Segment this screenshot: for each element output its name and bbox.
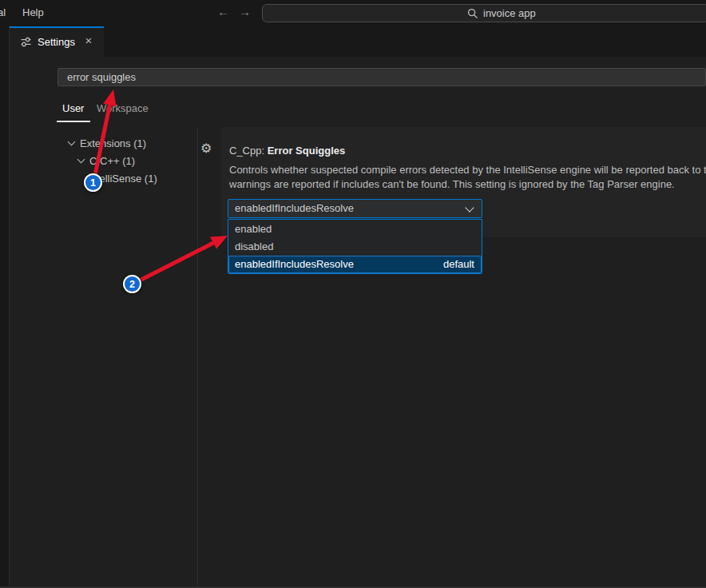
- vscode-window: al Help ← → invoice app Settings: [0, 0, 706, 588]
- arrow-2-head: [210, 236, 228, 249]
- option-enabledifincludesresolve[interactable]: enabledIfIncludesResolve default: [228, 256, 482, 273]
- arrow-2-line: [141, 243, 214, 280]
- option-label: disabled: [235, 240, 273, 252]
- chevron-down-icon[interactable]: [68, 138, 76, 146]
- toc-item-c-cpp[interactable]: C/C++ (1): [89, 155, 135, 167]
- command-center-query: invoice app: [483, 7, 536, 19]
- search-icon: [467, 8, 478, 19]
- select-value: enabledIfIncludesResolve: [235, 202, 354, 214]
- toc-settings-divider[interactable]: [197, 127, 198, 588]
- scope-tab-workspace[interactable]: Workspace: [97, 102, 149, 114]
- editor-left-gutter: [0, 26, 10, 588]
- option-label: enabledIfIncludesResolve: [235, 258, 354, 270]
- tab-settings[interactable]: Settings ×: [10, 26, 104, 57]
- option-disabled[interactable]: disabled: [228, 237, 482, 255]
- toc-item-extensions[interactable]: Extensions (1): [80, 137, 146, 149]
- annotation-step-2: 2: [123, 275, 141, 293]
- chevron-down-icon[interactable]: [77, 156, 85, 164]
- select-dropdown-list: enabled disabled enabledIfIncludesResolv…: [228, 219, 482, 274]
- settings-sliders-icon: [20, 36, 32, 48]
- error-squiggles-select[interactable]: enabledIfIncludesResolve: [228, 199, 482, 218]
- settings-search-input[interactable]: error squiggles: [58, 68, 706, 86]
- annotation-arrows: [0, 0, 706, 588]
- tab-close-icon[interactable]: ×: [81, 34, 96, 48]
- title-bar: al Help ← → invoice app: [0, 0, 706, 26]
- option-default-badge: default: [443, 258, 474, 270]
- option-enabled[interactable]: enabled: [228, 220, 482, 237]
- setting-gear-icon[interactable]: ⚙: [200, 141, 212, 157]
- tab-label: Settings: [38, 36, 75, 48]
- active-tab-indicator: [10, 26, 104, 28]
- setting-description-line1: Controls whether suspected compile error…: [229, 163, 706, 177]
- annotation-step-1: 1: [84, 173, 102, 192]
- setting-description-line2: warnings are reported if includes can't …: [229, 177, 706, 192]
- command-center-search[interactable]: invoice app: [262, 4, 706, 22]
- setting-title-prefix: C_Cpp:: [229, 145, 268, 157]
- chevron-down-icon: [465, 203, 474, 212]
- setting-title-name: Error Squiggles: [268, 145, 346, 157]
- navigate-forward-icon[interactable]: →: [239, 5, 251, 18]
- option-label: enabled: [235, 223, 272, 235]
- menu-item-help[interactable]: Help: [22, 6, 44, 18]
- scope-tab-user-underline: [57, 121, 90, 122]
- navigate-back-icon[interactable]: ←: [217, 5, 229, 18]
- setting-title: C_Cpp: Error Squiggles: [229, 145, 345, 157]
- setting-description: Controls whether suspected compile error…: [229, 163, 706, 191]
- menu-item-terminal-partial[interactable]: al: [0, 6, 6, 18]
- tab-strip: Settings ×: [10, 26, 706, 57]
- scope-tab-user[interactable]: User: [62, 102, 84, 114]
